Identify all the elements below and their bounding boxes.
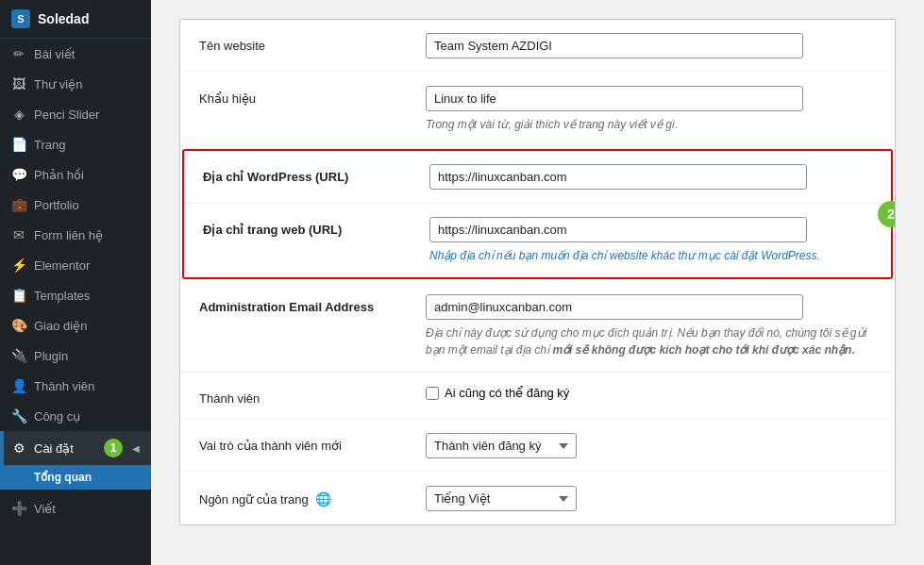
ten-website-row: Tên website: [180, 20, 895, 73]
ngon-ngu-label: Ngôn ngữ của trang 🌐: [199, 486, 426, 507]
sidebar-item-viet[interactable]: ➕ Viết: [0, 493, 151, 523]
plugin-icon: 🔌: [11, 348, 26, 363]
ngon-ngu-field: Tiếng Việt English: [426, 486, 876, 511]
sidebar-item-label: Thành viên: [34, 379, 94, 393]
ten-website-input[interactable]: [426, 33, 803, 58]
sidebar-sub-item-tong-quan[interactable]: Tổng quan: [0, 465, 151, 490]
admin-email-label: Administration Email Address: [199, 294, 426, 314]
thanh-vien-field: Ai cũng có thể đăng ký: [426, 386, 876, 400]
admin-email-hint: Địa chỉ này được sử dụng cho mục đích qu…: [426, 324, 876, 358]
vai-tro-select[interactable]: Thành viên đăng ký Cộng tác viên Tác giả…: [426, 433, 577, 458]
web-url-hint: Nhập địa chỉ nếu bạn muốn địa chỉ websit…: [429, 247, 872, 264]
tong-quan-label: Tổng quan: [34, 471, 92, 484]
sidebar-item-cai-dat[interactable]: ⚙ Cài đặt 1 ◀: [0, 431, 151, 465]
portfolio-icon: 💼: [11, 197, 26, 212]
thu-vien-icon: 🖼: [11, 76, 26, 91]
vai-tro-field: Thành viên đăng ký Cộng tác viên Tác giả…: [426, 433, 876, 458]
wp-url-field: [429, 164, 872, 190]
ngon-ngu-select[interactable]: Tiếng Việt English: [426, 486, 577, 511]
brand-icon: S: [11, 9, 30, 28]
sidebar-item-label: Templates: [34, 289, 90, 303]
sidebar-item-elementor[interactable]: ⚡ Elementor: [0, 250, 151, 280]
admin-email-input[interactable]: [426, 294, 803, 320]
url-highlight-section: Địa chỉ WordPress (URL) Địa chỉ trang we…: [180, 147, 895, 281]
wp-url-input[interactable]: [429, 164, 807, 190]
sidebar-item-label: Plugin: [34, 349, 68, 363]
sidebar-item-label: Trang: [34, 138, 65, 152]
bai-viet-icon: ✏: [11, 46, 26, 61]
sidebar-item-label: Elementor: [34, 258, 90, 273]
web-url-label: Địa chỉ trang web (URL): [203, 217, 429, 237]
checkbox-row: Ai cũng có thể đăng ký: [426, 386, 876, 400]
admin-email-field: Địa chỉ này được sử dụng cho mục đích qu…: [426, 294, 876, 358]
sidebar: S Soledad ✏ Bài viết 🖼 Thư viện ◈ Penci …: [0, 0, 151, 565]
cai-dat-badge: 1: [104, 439, 123, 457]
sidebar-item-label: Phản hồi: [34, 168, 84, 182]
sidebar-item-plugin[interactable]: 🔌 Plugin: [0, 341, 151, 371]
admin-email-row: Administration Email Address Địa chỉ này…: [180, 281, 895, 373]
sidebar-item-label: Giao diện: [34, 319, 87, 333]
ngon-ngu-row: Ngôn ngữ của trang 🌐 Tiếng Việt English: [180, 473, 895, 524]
sidebar-item-phan-hoi[interactable]: 💬 Phản hồi: [0, 159, 151, 190]
thanh-vien-checkbox-label: Ai cũng có thể đăng ký: [445, 386, 569, 400]
brand-name: Soledad: [38, 11, 89, 26]
sidebar-item-label: Công cụ: [34, 409, 80, 424]
ten-website-field: [426, 33, 876, 58]
sidebar-item-bai-viet[interactable]: ✏ Bài viết: [0, 39, 151, 69]
sidebar-item-portfolio[interactable]: 💼 Portfolio: [0, 190, 151, 220]
cai-dat-icon: ⚙: [11, 440, 26, 456]
collapse-arrow-icon: ◀: [132, 443, 140, 454]
giao-dien-icon: 🎨: [11, 318, 26, 333]
sidebar-item-penci-slider[interactable]: ◈ Penci Slider: [0, 99, 151, 129]
thanh-vien-checkbox[interactable]: [426, 387, 439, 400]
web-url-row: Địa chỉ trang web (URL) Nhập địa chỉ nếu…: [184, 204, 891, 277]
vai-tro-label: Vai trò của thành viên mới: [199, 433, 426, 453]
penci-slider-icon: ◈: [11, 107, 26, 122]
main-content: Tên website Khẩu hiệu Trong một vài từ, …: [151, 0, 924, 565]
sidebar-item-trang[interactable]: 📄 Trang: [0, 129, 151, 159]
language-icon: 🌐: [315, 491, 331, 507]
khau-hieu-row: Khẩu hiệu Trong một vài từ, giải thích v…: [180, 73, 895, 147]
ten-website-label: Tên website: [199, 33, 426, 53]
khau-hieu-input[interactable]: [426, 86, 803, 111]
sidebar-item-label: Portfolio: [34, 198, 79, 212]
sidebar-item-label: Form liên hệ: [34, 228, 103, 242]
sidebar-item-label: Cài đặt: [34, 441, 74, 456]
sidebar-item-label: Bài viết: [34, 47, 75, 61]
web-url-input[interactable]: [429, 217, 807, 242]
khau-hieu-field: Trong một vài từ, giải thích về trang nà…: [426, 86, 876, 133]
vai-tro-row: Vai trò của thành viên mới Thành viên đă…: [180, 420, 895, 473]
sidebar-item-form-lien-he[interactable]: ✉ Form liên hệ: [0, 220, 151, 250]
wp-url-label: Địa chỉ WordPress (URL): [203, 164, 429, 184]
phan-hoi-icon: 💬: [11, 167, 26, 182]
sidebar-item-thanh-vien[interactable]: 👤 Thành viên: [0, 371, 151, 401]
khau-hieu-label: Khẩu hiệu: [199, 86, 426, 106]
thanh-vien-icon: 👤: [11, 378, 26, 393]
viet-icon: ➕: [11, 501, 26, 516]
settings-form: Tên website Khẩu hiệu Trong một vài từ, …: [179, 19, 896, 525]
thanh-vien-row: Thành viên Ai cũng có thể đăng ký: [180, 373, 895, 420]
brand: S Soledad: [0, 0, 151, 39]
sidebar-item-label: Thư viện: [34, 77, 82, 91]
viet-label: Viết: [34, 502, 56, 516]
cong-cu-icon: 🔧: [11, 408, 26, 424]
sidebar-item-templates[interactable]: 📋 Templates: [0, 280, 151, 310]
trang-icon: 📄: [11, 137, 26, 152]
sidebar-item-giao-dien[interactable]: 🎨 Giao diện: [0, 310, 151, 341]
url-highlight-block: Địa chỉ WordPress (URL) Địa chỉ trang we…: [182, 149, 893, 279]
sidebar-item-thu-vien[interactable]: 🖼 Thư viện: [0, 69, 151, 99]
khau-hieu-hint: Trong một vài từ, giải thích về trang nà…: [426, 116, 876, 133]
templates-icon: 📋: [11, 288, 26, 303]
sidebar-item-cong-cu[interactable]: 🔧 Công cụ: [0, 401, 151, 431]
elementor-icon: ⚡: [11, 258, 26, 273]
wp-url-row: Địa chỉ WordPress (URL): [184, 151, 891, 204]
thanh-vien-label: Thành viên: [199, 386, 426, 406]
sidebar-item-label: Penci Slider: [34, 108, 99, 122]
web-url-field: Nhập địa chỉ nếu bạn muốn địa chỉ websit…: [429, 217, 872, 264]
form-icon: ✉: [11, 227, 26, 242]
